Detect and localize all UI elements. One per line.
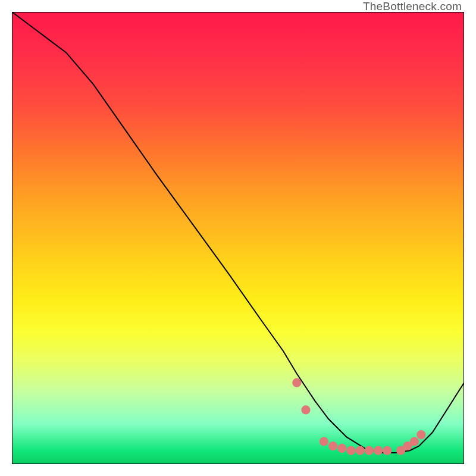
highlight-dot <box>337 444 346 453</box>
highlight-dot <box>328 441 337 450</box>
highlight-dot <box>346 446 355 455</box>
highlight-dot <box>365 446 374 455</box>
highlight-dot <box>374 446 383 455</box>
highlight-dot <box>383 446 392 455</box>
highlight-dot <box>292 378 301 387</box>
highlight-dot <box>320 437 328 446</box>
highlight-dot <box>301 405 310 414</box>
main-curve <box>12 12 464 453</box>
highlight-dot <box>356 446 365 455</box>
highlight-dot <box>416 430 425 439</box>
plot-area <box>12 12 464 464</box>
chart-stage: TheBottleneck.com <box>0 0 476 476</box>
chart-svg <box>12 12 464 464</box>
highlight-dot <box>410 437 419 446</box>
watermark-text: TheBottleneck.com <box>363 0 462 13</box>
